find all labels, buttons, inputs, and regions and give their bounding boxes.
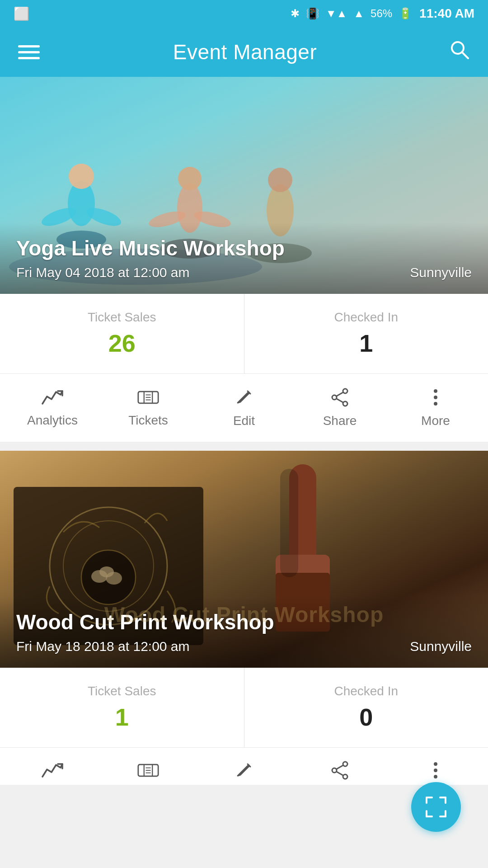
svg-point-16 [268, 168, 292, 192]
svg-point-51 [332, 768, 337, 773]
svg-point-38 [99, 566, 114, 577]
event-date-location-woodcut: Fri May 18 2018 at 12:00 am Sunnyville [16, 639, 472, 654]
event-date-location-yoga: Fri May 04 2018 at 12:00 am Sunnyville [16, 265, 472, 280]
ticket-sales-label-woodcut: Ticket Sales [9, 684, 235, 698]
time-display: 11:40 AM [419, 6, 474, 21]
more-button-yoga[interactable]: More [388, 387, 483, 428]
bluetooth-icon: ✱ [291, 7, 300, 20]
svg-point-56 [434, 775, 437, 778]
event-overlay-woodcut: Wood Cut Print Workshop Fri May 18 2018 … [0, 596, 488, 668]
event-image-yoga[interactable]: Yoga Live Music Workshop Fri May 04 2018… [0, 77, 488, 294]
share-label-yoga: Share [323, 414, 357, 428]
edit-label-yoga: Edit [233, 414, 255, 428]
event-date-yoga: Fri May 04 2018 at 12:00 am [16, 265, 190, 280]
event-title-woodcut: Wood Cut Print Workshop [16, 610, 472, 634]
svg-point-11 [178, 167, 202, 190]
action-row-woodcut [0, 748, 488, 785]
svg-line-53 [337, 772, 343, 775]
analytics-icon-woodcut [42, 761, 63, 780]
wifi-icon: ▼▲ [326, 7, 347, 20]
ticket-sales-value-yoga: 26 [9, 329, 235, 357]
edit-icon-woodcut [234, 760, 254, 780]
analytics-button-yoga[interactable]: Analytics [5, 388, 100, 428]
menu-button[interactable] [18, 45, 41, 59]
share-icon-woodcut [330, 760, 350, 780]
action-row-yoga: Analytics Tickets Edit [0, 374, 488, 442]
status-bar: ⬜ ✱ 📳 ▼▲ ▲ 56% 🔋 11:40 AM [0, 0, 488, 27]
checked-in-label-yoga: Checked In [253, 310, 479, 325]
screen-icon: ⬜ [14, 6, 29, 21]
more-label-yoga: More [421, 414, 450, 428]
status-icons: ✱ 📳 ▼▲ ▲ 56% 🔋 [291, 7, 412, 20]
event-overlay-yoga: Yoga Live Music Workshop Fri May 04 2018… [0, 222, 488, 294]
event-location-woodcut: Sunnyville [410, 639, 472, 654]
more-button-woodcut[interactable] [388, 760, 483, 780]
share-button-yoga[interactable]: Share [292, 387, 388, 428]
analytics-button-woodcut[interactable] [5, 761, 100, 780]
fab-scan-icon [424, 795, 448, 819]
svg-point-25 [332, 395, 337, 400]
checked-in-yoga: Checked In 1 [244, 294, 488, 373]
ticket-sales-value-woodcut: 1 [9, 703, 235, 731]
checked-in-woodcut: Checked In 0 [244, 668, 488, 747]
svg-point-55 [434, 769, 437, 772]
svg-point-30 [434, 402, 437, 406]
event-date-woodcut: Fri May 18 2018 at 12:00 am [16, 639, 190, 654]
more-icon-yoga [426, 387, 446, 407]
svg-point-24 [343, 401, 347, 406]
svg-line-26 [337, 392, 343, 396]
tickets-icon-yoga [137, 388, 159, 407]
svg-rect-58 [426, 797, 427, 804]
share-button-woodcut[interactable] [292, 760, 388, 780]
event-image-woodcut[interactable]: Wood Cut Print Workshop Fri May 18 2018 … [0, 451, 488, 668]
svg-point-54 [434, 762, 437, 766]
svg-point-6 [69, 164, 94, 189]
svg-point-49 [343, 762, 347, 766]
app-title: Event Manager [41, 40, 449, 64]
event-location-yoga: Sunnyville [410, 265, 472, 280]
analytics-label-yoga: Analytics [27, 413, 78, 428]
checked-in-value-woodcut: 0 [253, 703, 479, 731]
svg-rect-60 [445, 797, 446, 804]
battery-text: 56% [371, 7, 392, 20]
event-card-woodcut: Wood Cut Print Workshop Fri May 18 2018 … [0, 451, 488, 785]
edit-button-woodcut[interactable] [196, 760, 292, 780]
svg-line-1 [462, 52, 468, 58]
checked-in-label-woodcut: Checked In [253, 684, 479, 698]
stats-row-woodcut: Ticket Sales 1 Checked In 0 [0, 668, 488, 748]
analytics-icon-yoga [42, 388, 63, 407]
tickets-icon-woodcut [137, 761, 159, 780]
checked-in-value-yoga: 1 [253, 329, 479, 357]
tickets-label-yoga: Tickets [128, 413, 168, 428]
edit-button-yoga[interactable]: Edit [196, 387, 292, 428]
svg-point-23 [343, 389, 347, 393]
fab-button[interactable] [411, 782, 461, 832]
more-icon-woodcut [426, 760, 446, 780]
svg-line-27 [337, 399, 343, 402]
app-bar: Event Manager [0, 27, 488, 77]
ticket-sales-label-yoga: Ticket Sales [9, 310, 235, 325]
svg-point-28 [434, 389, 437, 393]
event-card-yoga: Yoga Live Music Workshop Fri May 04 2018… [0, 77, 488, 442]
vibrate-icon: 📳 [306, 7, 319, 20]
svg-rect-64 [445, 810, 446, 817]
share-icon-yoga [330, 387, 350, 407]
edit-icon-yoga [234, 387, 254, 407]
tickets-button-woodcut[interactable] [100, 761, 196, 780]
svg-point-29 [434, 396, 437, 399]
content-area: Yoga Live Music Workshop Fri May 04 2018… [0, 77, 488, 785]
ticket-sales-yoga: Ticket Sales 26 [0, 294, 244, 373]
signal-icon: ▲ [353, 7, 364, 20]
svg-rect-42 [280, 469, 298, 577]
svg-rect-62 [426, 810, 427, 817]
svg-line-52 [337, 765, 343, 769]
battery-icon: 🔋 [399, 7, 412, 20]
stats-row-yoga: Ticket Sales 26 Checked In 1 [0, 294, 488, 374]
event-title-yoga: Yoga Live Music Workshop [16, 236, 472, 260]
tickets-button-yoga[interactable]: Tickets [100, 388, 196, 428]
search-button[interactable] [449, 39, 470, 65]
ticket-sales-woodcut: Ticket Sales 1 [0, 668, 244, 747]
svg-point-50 [343, 774, 347, 779]
